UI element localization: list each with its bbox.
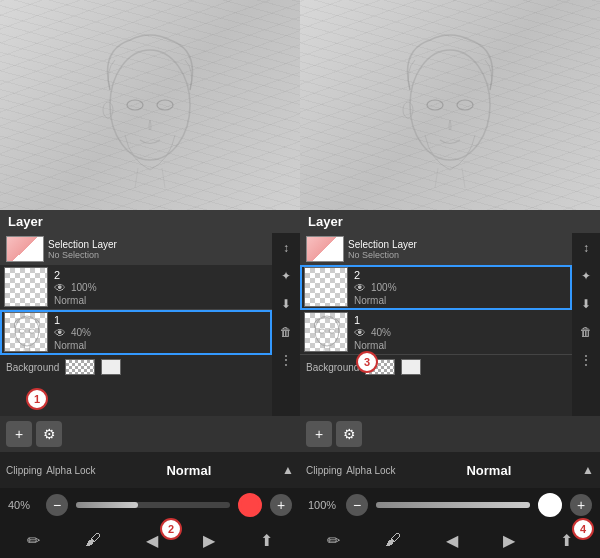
- left-canvas: [0, 0, 300, 210]
- right-layer1-blend: Normal: [354, 340, 568, 351]
- right-add-layer-btn[interactable]: +: [306, 421, 332, 447]
- right-opacity-circle[interactable]: [538, 493, 562, 517]
- left-layer1-thumb: [4, 312, 48, 352]
- left-sel-info: Selection Layer No Selection: [48, 239, 266, 260]
- right-layer-list: Selection Layer No Selection 2 👁 100%: [300, 233, 572, 416]
- annotation-4: 4: [572, 518, 594, 540]
- left-layer2-number: 2: [54, 269, 268, 281]
- left-sidebar-more[interactable]: ⋮: [275, 349, 297, 371]
- right-opacity-minus[interactable]: −: [346, 494, 368, 516]
- left-layer-title: Layer: [8, 214, 43, 229]
- right-sidebar-transform[interactable]: ✦: [575, 265, 597, 287]
- right-layer1-opacity: 40%: [371, 327, 391, 338]
- svg-point-1: [127, 100, 143, 110]
- right-layer2-detail: 👁 100%: [354, 281, 568, 295]
- left-layer2-row[interactable]: 2 👁 100% Normal: [0, 265, 272, 310]
- svg-point-3: [103, 102, 113, 118]
- left-layer1-info: 1 👁 40% Normal: [54, 314, 268, 351]
- annotation-1-label: 1: [34, 393, 40, 405]
- right-layer-sidebar: ↕ ✦ ⬇ 🗑 ⋮: [572, 233, 600, 416]
- right-layer2-blend: Normal: [354, 295, 568, 306]
- right-selection-row[interactable]: Selection Layer No Selection: [300, 233, 572, 265]
- left-opacity-plus[interactable]: +: [270, 494, 292, 516]
- left-settings-btn[interactable]: ⚙: [36, 421, 62, 447]
- right-opacity-plus[interactable]: +: [570, 494, 592, 516]
- left-layer1-number: 1: [54, 314, 268, 326]
- left-layer-sidebar: ↕ ✦ ⬇ 🗑 ⋮: [272, 233, 300, 416]
- left-sketch-bg: [0, 0, 300, 210]
- right-tool-back[interactable]: ◀: [446, 531, 458, 550]
- right-bg-row[interactable]: Background: [300, 355, 572, 379]
- left-mode-arrow[interactable]: ▲: [282, 463, 294, 477]
- left-opacity-slider[interactable]: [76, 502, 230, 508]
- left-layer2-blend-mode: Normal: [54, 295, 86, 306]
- left-panel: Layer Selection Layer No Selection: [0, 0, 300, 558]
- left-tool-back[interactable]: ◀: [146, 531, 158, 550]
- left-layer2-blend: Normal: [54, 295, 268, 306]
- left-face-sketch: [90, 20, 210, 190]
- left-bg-row[interactable]: Background: [0, 355, 272, 379]
- left-layer2-detail: 👁 100%: [54, 281, 268, 295]
- right-layer2-info: 2 👁 100% Normal: [354, 269, 568, 306]
- right-layer-list-area: Selection Layer No Selection 2 👁 100%: [300, 233, 600, 416]
- right-canvas: [300, 0, 600, 210]
- left-layer1-eye: 👁: [54, 326, 66, 340]
- left-sidebar-delete[interactable]: 🗑: [275, 321, 297, 343]
- right-sidebar-merge[interactable]: ⬇: [575, 293, 597, 315]
- left-opacity-bar: 40% − +: [0, 488, 300, 522]
- right-settings-btn[interactable]: ⚙: [336, 421, 362, 447]
- left-selection-row[interactable]: Selection Layer No Selection: [0, 233, 272, 265]
- left-layer2-info: 2 👁 100% Normal: [54, 269, 268, 306]
- right-opacity-bar: 100% − +: [300, 488, 600, 522]
- left-tool-pen[interactable]: ✏: [27, 531, 40, 550]
- right-clipping-label: Clipping: [306, 465, 342, 476]
- right-panel: Layer Selection Layer No Selection: [300, 0, 600, 558]
- right-mode-arrow[interactable]: ▲: [582, 463, 594, 477]
- right-layer1-detail: 👁 40%: [354, 326, 568, 340]
- left-sidebar-merge[interactable]: ⬇: [275, 293, 297, 315]
- right-layer1-row[interactable]: 1 👁 40% Normal: [300, 310, 572, 355]
- right-sidebar-more[interactable]: ⋮: [575, 349, 597, 371]
- left-tool-up[interactable]: ⬆: [260, 531, 273, 550]
- left-bg-white: [101, 359, 121, 375]
- right-opacity-fill: [376, 502, 530, 508]
- right-layer2-blend-mode: Normal: [354, 295, 386, 306]
- left-layer2-thumb: [4, 267, 48, 307]
- right-opacity-value: 100%: [308, 499, 338, 511]
- right-tool-up[interactable]: ⬆: [560, 531, 573, 550]
- left-tool-forward[interactable]: ▶: [203, 531, 215, 550]
- svg-point-9: [457, 100, 473, 110]
- right-sel-info: Selection Layer No Selection: [348, 239, 566, 260]
- right-layer2-number: 2: [354, 269, 568, 281]
- left-opacity-circle[interactable]: [238, 493, 262, 517]
- left-add-layer-btn[interactable]: +: [6, 421, 32, 447]
- right-sel-thumb: [306, 236, 344, 262]
- left-sidebar-transform[interactable]: ✦: [275, 265, 297, 287]
- right-bottom-bar: Clipping Alpha Lock Normal ▲: [300, 452, 600, 488]
- right-opacity-slider[interactable]: [376, 502, 530, 508]
- left-layer1-blend: Normal: [54, 340, 268, 351]
- left-opacity-minus[interactable]: −: [46, 494, 68, 516]
- right-sidebar-delete[interactable]: 🗑: [575, 321, 597, 343]
- sketch-svg: [90, 20, 210, 190]
- right-sidebar-move[interactable]: ↕: [575, 237, 597, 259]
- right-layer2-row[interactable]: 2 👁 100% Normal: [300, 265, 572, 310]
- left-layer1-opacity: 40%: [71, 327, 91, 338]
- left-bg-checker: [65, 359, 95, 375]
- right-tool-forward[interactable]: ▶: [503, 531, 515, 550]
- right-layer2-opacity: 100%: [371, 282, 397, 293]
- left-bottom-bar: Clipping Alpha Lock Normal ▲: [0, 452, 300, 488]
- right-layer1-eye: 👁: [354, 326, 366, 340]
- right-bg-label: Background: [306, 362, 359, 373]
- left-layer1-row[interactable]: 1 👁 40% Normal: [0, 310, 272, 355]
- left-layer-panel: Layer Selection Layer No Selection: [0, 210, 300, 452]
- left-opacity-value: 40%: [8, 499, 38, 511]
- left-layer-list-area: Selection Layer No Selection 2 👁 100%: [0, 233, 300, 416]
- left-sel-title: Selection Layer: [48, 239, 266, 250]
- left-sidebar-move[interactable]: ↕: [275, 237, 297, 259]
- left-alpha-lock-label: Alpha Lock: [46, 465, 95, 476]
- right-bg-white: [401, 359, 421, 375]
- left-tool-brush[interactable]: 🖌: [85, 531, 101, 549]
- right-tool-pen[interactable]: ✏: [327, 531, 340, 550]
- right-tool-brush[interactable]: 🖌: [385, 531, 401, 549]
